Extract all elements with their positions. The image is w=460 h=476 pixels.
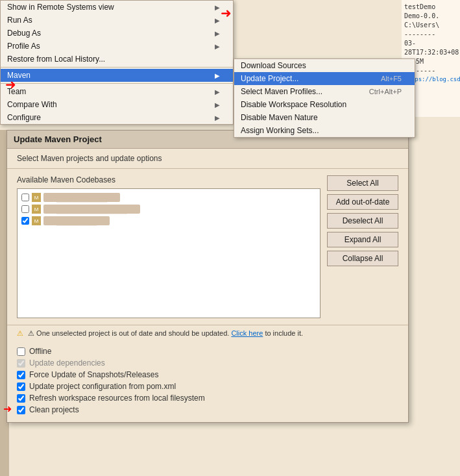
submenu-select-profiles[interactable]: Select Maven Profiles... Ctrl+Alt+P <box>234 85 415 98</box>
project-icon-2: M <box>32 216 41 225</box>
option-refresh-workspace-checkbox[interactable] <box>17 394 25 403</box>
dialog-body: Available Maven Codebases M ██████████ M… <box>7 169 408 325</box>
codebase-item-2: M ████████ <box>20 215 317 227</box>
option-update-deps: Update dependencies <box>17 357 398 369</box>
project-icon-0: M <box>32 193 41 202</box>
warning-area: ⚠ ⚠ One unselected project is out of dat… <box>7 325 408 342</box>
codebase-item-1: M ██████████████ <box>20 203 317 215</box>
option-refresh-workspace-label: Refresh workspace resources from local f… <box>29 394 205 403</box>
submenu-arrow-run-as: ▶ <box>215 17 220 24</box>
menu-item-run-as-label: Run As <box>7 16 32 25</box>
option-clean-projects: Clean projects <box>17 404 398 416</box>
submenu-assign-working-sets[interactable]: Assign Working Sets... <box>234 124 415 137</box>
warning-text: ⚠ One unselected project is out of date … <box>28 329 229 337</box>
click-here-link[interactable]: Click here <box>231 329 263 337</box>
option-update-deps-label: Update dependencies <box>29 358 105 368</box>
submenu-arrow-configure: ▶ <box>215 114 220 121</box>
submenu-disable-workspace-label: Disable Workspace Resolution <box>241 100 346 109</box>
submenu-disable-workspace[interactable]: Disable Workspace Resolution <box>234 98 415 111</box>
dialog-subtitle-text: Select Maven projects and update options <box>17 154 162 163</box>
submenu-arrow-team: ▶ <box>215 88 220 95</box>
menu-item-debug-as[interactable]: Debug As ▶ <box>1 27 233 40</box>
codebase-list[interactable]: M ██████████ M ██████████████ M ████████ <box>17 188 321 318</box>
submenu-arrow-debug-as: ▶ <box>215 30 220 37</box>
menu-item-show-remote[interactable]: Show in Remote Systems view ▶ <box>1 1 233 14</box>
option-clean-projects-label: Clean projects <box>29 405 79 414</box>
submenu-update-project-shortcut: Alt+F5 <box>381 75 402 82</box>
buttons-section: Select All Add out-of-date Deselect All … <box>327 175 398 318</box>
submenu-arrow-show-remote: ▶ <box>215 4 220 11</box>
add-out-of-date-button[interactable]: Add out-of-date <box>327 194 398 210</box>
option-offline-checkbox[interactable] <box>17 347 25 356</box>
ide-line-1: testDemo <box>404 3 457 12</box>
submenu-disable-maven[interactable]: Disable Maven Nature <box>234 111 415 124</box>
codebase-item-text-2: ████████ <box>43 216 110 225</box>
separator-1 <box>1 67 233 68</box>
maven-submenu: Download Sources Update Project... Alt+F… <box>234 58 415 138</box>
expand-all-button[interactable]: Expand All <box>327 232 398 247</box>
option-update-config-label: Update project configuration from pom.xm… <box>29 382 176 391</box>
select-all-button[interactable]: Select All <box>327 175 398 191</box>
warning-suffix: to include it. <box>265 329 303 337</box>
menu-item-debug-as-label: Debug As <box>7 29 41 38</box>
option-force-update: Force Update of Snapshots/Releases <box>17 369 398 381</box>
option-update-config-checkbox[interactable] <box>17 382 25 391</box>
deselect-all-button[interactable]: Deselect All <box>327 213 398 229</box>
annotation-arrow-3: ➜ <box>3 403 12 415</box>
dialog-subtitle: Select Maven projects and update options <box>7 149 408 169</box>
annotation-arrow-2: ➜ <box>5 77 16 92</box>
option-force-update-label: Force Update of Snapshots/Releases <box>29 370 158 379</box>
menu-item-restore-label: Restore from Local History... <box>7 55 105 64</box>
submenu-disable-maven-label: Disable Maven Nature <box>241 113 318 122</box>
option-offline: Offline <box>17 345 398 357</box>
dialog-title: Update Maven Project <box>14 134 102 144</box>
option-refresh-workspace: Refresh workspace resources from local f… <box>17 392 398 404</box>
menu-item-compare-label: Compare With <box>7 100 57 109</box>
ide-line-4: -------- <box>404 30 457 39</box>
section-label: Available Maven Codebases <box>17 175 321 184</box>
context-menu: Show in Remote Systems view ▶ Run As ▶ D… <box>0 0 234 125</box>
submenu-select-profiles-label: Select Maven Profiles... <box>241 87 322 96</box>
submenu-download-sources-label: Download Sources <box>241 61 306 70</box>
option-offline-label: Offline <box>29 347 51 356</box>
separator-2 <box>1 83 233 84</box>
option-update-config: Update project configuration from pom.xm… <box>17 381 398 392</box>
menu-item-configure-label: Configure <box>7 113 41 122</box>
menu-item-restore[interactable]: Restore from Local History... <box>1 53 233 66</box>
menu-item-profile-as[interactable]: Profile As ▶ <box>1 40 233 53</box>
menu-item-profile-as-label: Profile As <box>7 42 40 51</box>
update-maven-dialog: Update Maven Project Select Maven projec… <box>6 130 409 423</box>
submenu-select-profiles-shortcut: Ctrl+Alt+P <box>369 88 402 95</box>
options-area: Offline Update dependencies Force Update… <box>7 342 408 422</box>
collapse-all-button[interactable]: Collapse All <box>327 251 398 266</box>
submenu-update-project[interactable]: Update Project... Alt+F5 <box>234 72 415 85</box>
option-clean-projects-checkbox[interactable] <box>17 406 25 414</box>
ide-line-3: C:\Users\ <box>404 21 457 30</box>
codebase-item-text-1: ██████████████ <box>43 205 140 214</box>
submenu-download-sources[interactable]: Download Sources <box>234 59 415 72</box>
codebase-section: Available Maven Codebases M ██████████ M… <box>17 175 321 318</box>
menu-item-show-remote-label: Show in Remote Systems view <box>7 3 114 12</box>
codebase-checkbox-2[interactable] <box>21 217 29 225</box>
codebase-item-0: M ██████████ <box>20 192 317 203</box>
menu-item-compare[interactable]: Compare With ▶ <box>1 98 233 111</box>
codebase-checkbox-0[interactable] <box>21 194 29 201</box>
annotation-arrow-1: ➜ <box>221 5 232 21</box>
warning-icon: ⚠ <box>17 329 23 337</box>
option-force-update-checkbox[interactable] <box>17 371 25 379</box>
menu-item-run-as[interactable]: Run As ▶ <box>1 14 233 27</box>
codebase-item-text-0: ██████████ <box>43 193 120 202</box>
menu-item-team[interactable]: Team ▶ <box>1 85 233 98</box>
codebase-checkbox-1[interactable] <box>21 205 29 213</box>
menu-item-configure[interactable]: Configure ▶ <box>1 111 233 124</box>
option-update-deps-checkbox[interactable] <box>17 359 25 368</box>
ide-line-5: 03-28T17:32:03+08:00 <box>404 39 457 57</box>
menu-item-maven[interactable]: Maven ▶ <box>1 69 233 82</box>
submenu-arrow-compare: ▶ <box>215 101 220 108</box>
ide-line-2: Demo-0.0. <box>404 12 457 21</box>
project-icon-1: M <box>32 205 41 214</box>
submenu-arrow-maven: ▶ <box>215 72 220 79</box>
submenu-assign-working-sets-label: Assign Working Sets... <box>241 126 319 135</box>
submenu-update-project-label: Update Project... <box>241 74 298 83</box>
submenu-arrow-profile-as: ▶ <box>215 43 220 50</box>
